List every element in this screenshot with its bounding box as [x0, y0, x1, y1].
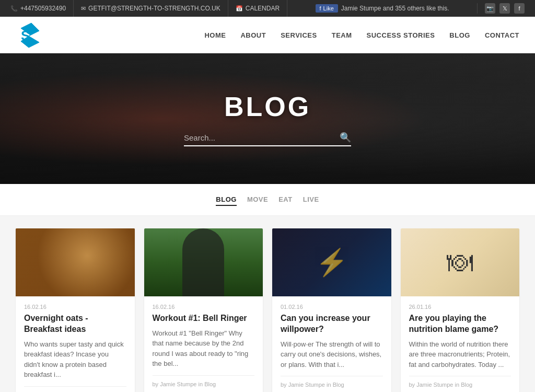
card-image	[16, 228, 135, 296]
facebook-section: f Like Jamie Stumpe and 355 others like …	[287, 4, 477, 13]
main-navigation: S HOME ABOUT SERVICES TEAM SUCCESS STORI…	[0, 17, 535, 53]
card-image	[144, 228, 263, 296]
card-title: Overnight oats - Breakfast ideas	[24, 313, 126, 335]
facebook-icon[interactable]: f	[514, 3, 525, 14]
card-excerpt: Will·pow·er The strength of will to carr…	[281, 339, 383, 370]
nav-about[interactable]: ABOUT	[240, 30, 266, 40]
card-date: 01.02.16	[281, 304, 383, 310]
fb-social-proof: Jamie Stumpe and 355 others like this.	[341, 5, 449, 12]
card-image	[401, 228, 520, 296]
blog-grid: 16.02.16 Overnight oats - Breakfast idea…	[0, 216, 535, 392]
social-links: 📷 𝕏 f	[477, 3, 525, 14]
tab-move[interactable]: MOVE	[247, 195, 268, 206]
logo-svg: S	[16, 20, 44, 49]
card-title: Workout #1: Bell Ringer	[153, 313, 255, 324]
card-date: 26.01.16	[409, 304, 511, 310]
logo[interactable]: S	[16, 20, 44, 49]
card-date: 16.02.16	[153, 304, 255, 310]
phone-item[interactable]: 📞 +447505932490	[10, 0, 74, 17]
hero-content: BLOG 🔍	[184, 91, 351, 146]
nav-success-stories[interactable]: SUCCESS STORIES	[367, 30, 435, 40]
phone-number: +447505932490	[20, 5, 66, 12]
nav-links: HOME ABOUT SERVICES TEAM SUCCESS STORIES…	[204, 30, 519, 40]
search-button[interactable]: 🔍	[340, 132, 351, 143]
search-input[interactable]	[184, 133, 336, 142]
calendar-icon: 📅	[236, 5, 243, 12]
card-excerpt: Who wants super tasty and quick breakfas…	[24, 339, 126, 380]
blog-card[interactable]: 26.01.16 Are you playing the nutrition b…	[401, 228, 520, 392]
search-bar[interactable]: 🔍	[184, 132, 351, 146]
nav-home[interactable]: HOME	[204, 30, 226, 40]
calendar-label: CALENDAR	[246, 5, 280, 12]
top-bar: 📞 +447505932490 ✉ GETFIT@STRENGTH-TO-STR…	[0, 0, 535, 17]
card-image	[272, 228, 391, 296]
blog-card[interactable]: 16.02.16 Overnight oats - Breakfast idea…	[16, 228, 135, 392]
blog-page-title: BLOG	[224, 91, 311, 122]
nav-contact[interactable]: CONTACT	[485, 30, 519, 40]
card-title: Are you playing the nutrition blame game…	[409, 313, 511, 335]
facebook-like-button[interactable]: f Like	[316, 4, 338, 13]
blog-card[interactable]: 01.02.16 Can you increase your willpower…	[272, 228, 391, 392]
card-date: 16.02.16	[24, 304, 126, 310]
email-icon: ✉	[81, 5, 86, 12]
card-author: by Jamie Stumpe in Blog	[24, 386, 126, 392]
blog-card[interactable]: 16.02.16 Workout #1: Bell Ringer Workout…	[144, 228, 263, 392]
phone-icon: 📞	[10, 5, 18, 12]
filter-tabs: BLOG MOVE EAT LIVE	[0, 184, 535, 216]
email-item[interactable]: ✉ GETFIT@STRENGTH-TO-STRENGTH.CO.UK	[74, 0, 228, 17]
email-address: GETFIT@STRENGTH-TO-STRENGTH.CO.UK	[88, 5, 220, 12]
hero-section: BLOG 🔍	[0, 53, 535, 184]
tab-blog[interactable]: BLOG	[216, 195, 237, 206]
fb-like-label: Like	[323, 5, 334, 11]
fb-icon: f	[320, 5, 321, 11]
tab-eat[interactable]: EAT	[278, 195, 293, 206]
card-author: by Jamie Stumpe in Blog	[281, 376, 383, 388]
card-excerpt: Within the world of nutrition there are …	[409, 339, 511, 370]
card-title: Can you increase your willpower?	[281, 313, 383, 335]
card-excerpt: Workout #1 "Bell Ringer" Why that name b…	[153, 328, 255, 369]
nav-services[interactable]: SERVICES	[281, 30, 317, 40]
svg-text:S: S	[21, 28, 30, 43]
instagram-icon[interactable]: 📷	[485, 3, 495, 14]
twitter-icon[interactable]: 𝕏	[499, 3, 510, 14]
nav-blog[interactable]: BLOG	[449, 30, 470, 40]
card-author: by Jamie Stumpe in Blog	[409, 376, 511, 388]
card-author: by Jamie Stumpe in Blog	[153, 375, 255, 387]
nav-team[interactable]: TEAM	[332, 30, 352, 40]
tab-live[interactable]: LIVE	[303, 195, 319, 206]
calendar-item[interactable]: 📅 CALENDAR	[228, 0, 287, 17]
